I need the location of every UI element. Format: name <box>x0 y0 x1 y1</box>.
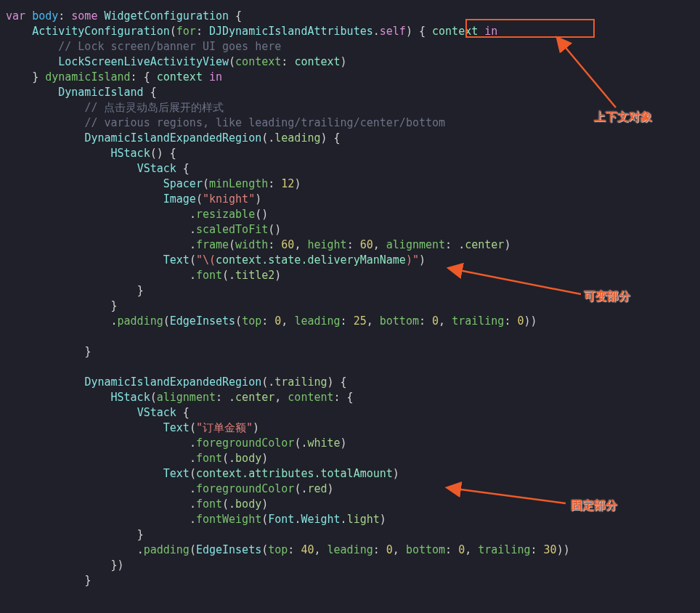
type-edgeinsets-2: EdgeInsets <box>196 543 261 556</box>
label-minlength: minLength <box>209 177 268 190</box>
fn-lockscreenview: LockScreenLiveActivityView <box>58 55 229 68</box>
fn-text-2: Text <box>163 421 190 434</box>
num-b0: 0 <box>432 314 439 328</box>
kw-in-1: in <box>484 25 497 38</box>
type-attrs: DJDynamicIslandAttributes <box>209 25 373 38</box>
type-expandedregion-2: DynamicIslandExpandedRegion <box>84 375 261 389</box>
num-b0b: 0 <box>458 543 465 556</box>
cmt-regions: // various regions, like leading/trailin… <box>84 116 445 129</box>
fn-vstack-2: VStack <box>137 406 176 419</box>
enum-white: white <box>307 437 340 450</box>
label-height: height <box>307 238 346 251</box>
num-l25: 25 <box>354 314 367 328</box>
fn-font-2: font <box>196 452 222 465</box>
num-w60: 60 <box>281 238 294 251</box>
num-l0: 0 <box>386 543 393 556</box>
fn-padding-1: padding <box>118 314 163 328</box>
fn-hstack-1: HStack <box>111 147 150 160</box>
fn-hstack-2: HStack <box>111 391 150 404</box>
str-open: "\( <box>196 253 216 267</box>
fn-resizable: resizable <box>196 208 255 221</box>
fn-scaledtofit: scaledToFit <box>196 223 268 236</box>
label-leading1: leading <box>294 314 340 328</box>
enum-light: light <box>347 513 380 526</box>
num-12: 12 <box>281 177 294 190</box>
type-weight: Weight <box>301 513 340 526</box>
kw-in-2: in <box>209 70 222 84</box>
num-t0: 0 <box>274 314 281 328</box>
enum-center: center <box>465 238 504 251</box>
enum-trailing: trailing <box>274 375 327 389</box>
ctx-param-2: context <box>157 70 203 84</box>
ctx-param-1: context <box>432 25 478 38</box>
cmt-lockscreen: // Lock screen/banner UI goes here <box>58 40 281 53</box>
label-context: context <box>235 55 281 68</box>
cmt-cn: // 点击灵动岛后展开的样式 <box>84 101 224 114</box>
code-block: var body: some WidgetConfiguration { Act… <box>0 0 700 597</box>
enum-body1: body <box>235 452 261 465</box>
enum-leading: leading <box>274 131 320 145</box>
path-totalamount: context.attributes.totalAmount <box>196 467 393 480</box>
label-alignment2: alignment <box>157 391 216 404</box>
fn-fgcolor-1: foregroundColor <box>196 437 294 450</box>
label-top2: top <box>268 543 288 556</box>
str-close: )" <box>406 253 419 267</box>
enum-red: red <box>307 482 327 495</box>
label-bottom1: bottom <box>380 314 419 328</box>
fn-frame: frame <box>196 238 229 251</box>
type-activityconfig: ActivityConfiguration <box>32 25 170 38</box>
str-order: "订单金额" <box>196 421 253 434</box>
fn-fgcolor-2: foregroundColor <box>196 482 294 495</box>
type-font: Font <box>268 513 294 526</box>
label-content: content <box>288 391 333 404</box>
type-dynamicisland: DynamicIsland <box>58 86 143 99</box>
num-t40: 40 <box>301 543 314 556</box>
fn-font-1: font <box>196 269 222 282</box>
type-edgeinsets-1: EdgeInsets <box>170 314 235 328</box>
fn-vstack-1: VStack <box>137 162 176 175</box>
fn-font-3: font <box>196 498 222 511</box>
enum-title2: title2 <box>235 269 274 282</box>
label-dynamicisland: dynamicIsland <box>45 70 130 84</box>
kw-self: self <box>380 25 406 38</box>
fn-spacer: Spacer <box>163 177 203 190</box>
num-h60: 60 <box>360 238 373 251</box>
prop-body: body <box>32 9 58 23</box>
num-tr30: 30 <box>544 543 557 556</box>
fn-text-3: Text <box>163 467 190 480</box>
fn-fontweight: fontWeight <box>196 513 261 526</box>
label-width: width <box>235 238 268 251</box>
type-expandedregion-1: DynamicIslandExpandedRegion <box>84 131 261 145</box>
kw-var: var <box>6 9 25 23</box>
arg-context: context <box>294 55 340 68</box>
label-trailing2: trailing <box>478 543 530 556</box>
path-delivery: context.state.deliveryManName <box>216 253 406 267</box>
fn-padding-2: padding <box>144 543 190 556</box>
enum-body2: body <box>235 498 261 511</box>
fn-text-1: Text <box>163 253 190 267</box>
fn-image: Image <box>163 192 196 206</box>
enum-center2: center <box>235 391 274 404</box>
kw-some: some <box>71 9 97 23</box>
label-for: for <box>176 25 196 38</box>
type-widgetconfig: WidgetConfiguration <box>104 9 229 23</box>
label-bottom2: bottom <box>406 543 445 556</box>
label-top1: top <box>242 314 261 328</box>
label-trailing1: trailing <box>452 314 504 328</box>
label-leading2: leading <box>327 543 373 556</box>
label-alignment: alignment <box>386 238 445 251</box>
str-knight: "knight" <box>203 192 255 206</box>
